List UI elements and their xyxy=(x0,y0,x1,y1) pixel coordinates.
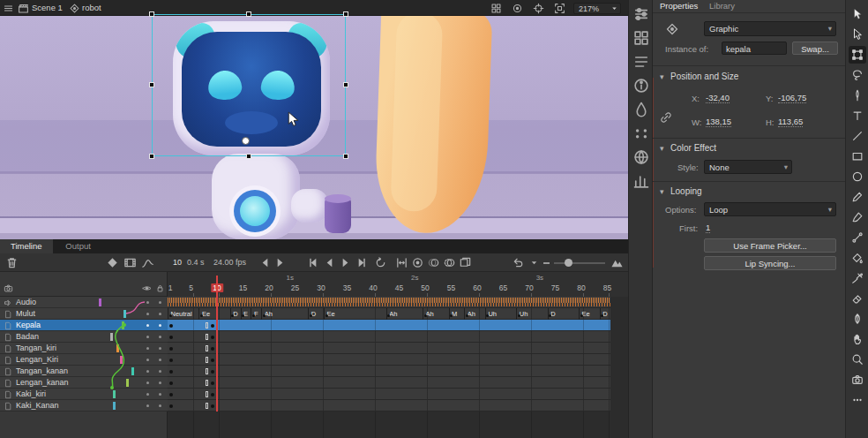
lock-icon[interactable] xyxy=(155,283,165,293)
library-panel-icon[interactable] xyxy=(632,29,650,47)
ruler-frame-number[interactable]: 15 xyxy=(239,283,247,292)
tool-bone[interactable] xyxy=(849,229,866,246)
tool-text[interactable] xyxy=(849,107,866,125)
edit-multiple-frames-icon[interactable] xyxy=(459,256,472,269)
film-strip-icon[interactable] xyxy=(123,256,137,269)
tab-properties[interactable]: Properties xyxy=(660,0,698,12)
camera-icon[interactable] xyxy=(4,283,13,293)
tool-subselection[interactable] xyxy=(849,26,866,43)
layer-row-Audio[interactable]: Audio xyxy=(0,297,168,308)
frame-grid[interactable]: NeutralEeDEFAhDEeAhAhMAhUhUhDEeD xyxy=(168,297,628,438)
layer-row-Kaki_kiri[interactable]: Kaki_kiri xyxy=(0,389,168,400)
frames-Kepala[interactable] xyxy=(168,320,610,331)
section-caret-icon[interactable]: ▾ xyxy=(660,144,669,153)
step-forward-icon[interactable] xyxy=(339,256,352,269)
ruler-frame-number[interactable]: 70 xyxy=(525,283,533,292)
tool-lasso[interactable] xyxy=(849,66,866,84)
layer-visibility-dot[interactable] xyxy=(146,347,149,350)
tool-hand[interactable] xyxy=(849,330,866,348)
ruler-frame-number[interactable]: 25 xyxy=(291,283,299,292)
robot-body[interactable] xyxy=(212,154,300,239)
tool-line[interactable] xyxy=(849,127,866,145)
layer-visibility-dot[interactable] xyxy=(146,359,149,361)
layer-row-Tangan_kanan[interactable]: Tangan_kanan xyxy=(0,366,168,377)
ruler-frame-number[interactable]: 20 xyxy=(265,283,273,292)
ruler-frame-number[interactable]: 5 xyxy=(189,283,193,292)
position-size-header[interactable]: Position and Size xyxy=(670,72,738,81)
tool-selection[interactable] xyxy=(849,5,866,23)
motion-presets-panel-icon[interactable] xyxy=(632,172,650,190)
prev-frame-icon[interactable] xyxy=(258,256,272,269)
last-frame-icon[interactable] xyxy=(355,256,368,269)
center-frame-icon[interactable] xyxy=(512,3,523,14)
tab-output[interactable]: Output xyxy=(55,239,101,253)
timeline-zoom-slider[interactable] xyxy=(554,262,605,264)
link-dimensions-icon[interactable] xyxy=(660,111,672,124)
tab-library[interactable]: Library xyxy=(709,0,735,12)
color-panel-icon[interactable] xyxy=(632,101,650,118)
selection-handle[interactable] xyxy=(343,11,348,17)
ruler-frame-number[interactable]: 80 xyxy=(577,283,585,292)
frames-Audio[interactable] xyxy=(168,297,610,308)
timeline-zoom-handle[interactable] xyxy=(565,259,572,267)
selection-handle[interactable] xyxy=(149,11,154,17)
tool-rectangle[interactable] xyxy=(849,147,866,165)
layer-visibility-dot[interactable] xyxy=(146,313,149,315)
ruler-frame-number[interactable]: 85 xyxy=(603,283,611,292)
delete-layer-icon[interactable] xyxy=(5,256,19,269)
layer-lock-dot[interactable] xyxy=(159,313,161,315)
y-value[interactable]: -106,75 xyxy=(778,93,806,103)
zoom-out-dash[interactable] xyxy=(543,262,550,264)
reset-zoom-icon[interactable] xyxy=(512,256,525,269)
ruler-frame-number[interactable]: 60 xyxy=(473,283,481,292)
clip-bounds-icon[interactable] xyxy=(554,3,565,14)
tool-pencil[interactable] xyxy=(849,188,866,206)
w-value[interactable]: 138,15 xyxy=(706,117,731,127)
selection-handle[interactable] xyxy=(149,82,154,87)
swatches-panel-icon[interactable] xyxy=(632,125,650,142)
layer-lock-dot[interactable] xyxy=(159,381,161,384)
onion-skin-icon[interactable] xyxy=(427,256,440,269)
tool-free-transform[interactable] xyxy=(849,46,866,64)
ruler-frame-number[interactable]: 55 xyxy=(447,283,455,292)
x-value[interactable]: -32,40 xyxy=(706,93,730,103)
playhead[interactable] xyxy=(216,276,218,412)
ruler-frame-number[interactable]: 35 xyxy=(343,283,351,292)
layer-visibility-dot[interactable] xyxy=(146,393,149,396)
frame-rate[interactable]: 24.00 fps xyxy=(213,258,246,267)
tool-more[interactable] xyxy=(849,391,866,409)
onion-outline-icon[interactable] xyxy=(443,256,456,269)
layer-lock-dot[interactable] xyxy=(159,370,161,373)
insert-keyframe-icon[interactable] xyxy=(106,256,119,269)
selection-handle[interactable] xyxy=(343,82,348,87)
layer-row-Kaki_Kanan[interactable]: Kaki_Kanan xyxy=(0,400,168,412)
looping-header[interactable]: Looping xyxy=(670,186,702,196)
breadcrumb-scene[interactable]: Scene 1 xyxy=(32,3,63,12)
loop-options-dropdown[interactable]: Loop ▾ xyxy=(704,202,836,216)
frames-Kaki_Kanan[interactable] xyxy=(168,400,610,412)
center-playhead-icon[interactable] xyxy=(411,256,424,269)
frames-Mulut[interactable]: NeutralEeDEFAhDEeAhAhMAhUhUhDEeD xyxy=(168,308,610,320)
cc-libraries-panel-icon[interactable] xyxy=(632,148,650,166)
menu-icon[interactable] xyxy=(3,3,14,14)
selection-handle[interactable] xyxy=(246,11,251,17)
layer-row-Lengan_kanan[interactable]: Lengan_kanan xyxy=(0,377,168,389)
ruler-frame-number[interactable]: 65 xyxy=(499,283,507,292)
tab-timeline[interactable]: Timeline xyxy=(0,239,53,253)
ruler-frame-number[interactable]: 50 xyxy=(421,283,429,292)
step-back-icon[interactable] xyxy=(323,256,336,269)
lip-syncing-button[interactable]: Lip Syncing... xyxy=(704,256,836,270)
layer-visibility-dot[interactable] xyxy=(146,381,149,384)
layer-visibility-dot[interactable] xyxy=(146,324,149,327)
tool-width[interactable] xyxy=(849,310,866,328)
crosshair-icon[interactable] xyxy=(533,3,544,14)
eye-icon[interactable] xyxy=(142,283,152,293)
frames-Tangan_kanan[interactable] xyxy=(168,366,610,377)
style-dropdown[interactable]: None ▾ xyxy=(704,160,792,174)
first-value[interactable]: 1 xyxy=(706,223,710,233)
layer-lock-dot[interactable] xyxy=(159,301,161,304)
layer-lock-dot[interactable] xyxy=(159,359,161,361)
layer-row-Kepala[interactable]: Kepala xyxy=(0,320,168,331)
tool-pen[interactable] xyxy=(849,87,866,104)
graph-editor-icon[interactable] xyxy=(141,256,154,269)
